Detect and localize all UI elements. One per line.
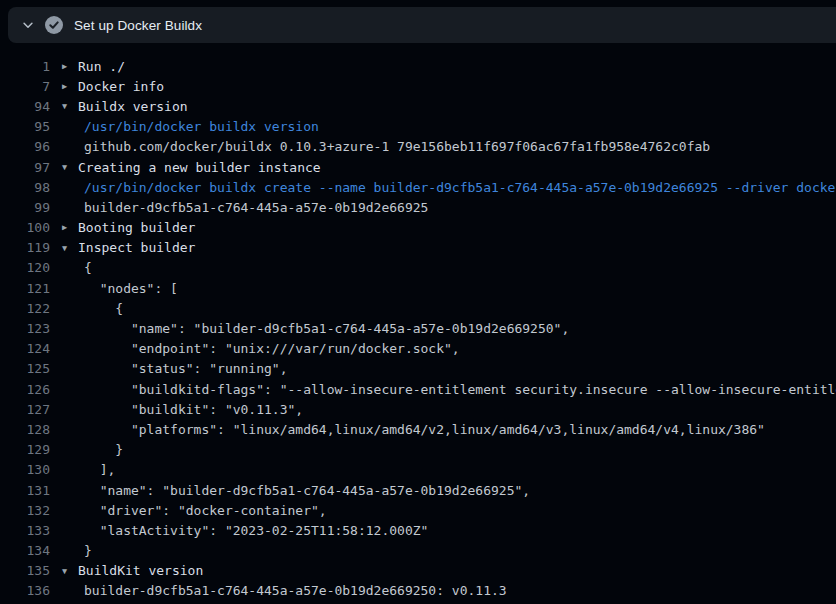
group-title: Inspect builder [78,240,195,255]
log-line: 95/usr/bin/docker buildx version [0,117,836,137]
line-content: /usr/bin/docker buildx version [62,119,319,134]
log-line: 99builder-d9cfb5a1-c764-445a-a57e-0b19d2… [0,197,836,217]
log-line: 136builder-d9cfb5a1-c764-445a-a57e-0b19d… [0,581,836,601]
line-content: ▼Buildx version [62,99,188,114]
line-number[interactable]: 95 [0,119,50,134]
log-line[interactable]: 135▼BuildKit version [0,561,836,581]
line-content: builder-d9cfb5a1-c764-445a-a57e-0b19d2e6… [62,200,428,215]
log-line: 125 "status": "running", [0,359,836,379]
line-content: ], [62,462,115,477]
log-line: 123 "name": "builder-d9cfb5a1-c764-445a-… [0,318,836,338]
group-title: BuildKit version [78,563,203,578]
chevron-down-icon[interactable] [20,17,36,33]
log-line[interactable]: 97▼Creating a new builder instance [0,157,836,177]
log-line: 122 { [0,298,836,318]
line-number[interactable]: 100 [0,220,50,235]
output-text: { [84,301,123,316]
output-text: ], [84,462,115,477]
log-line: 129 } [0,440,836,460]
step-title: Set up Docker Buildx [74,18,202,33]
triangle-right-icon[interactable]: ▶ [62,82,78,91]
log-line[interactable]: 94▼Buildx version [0,96,836,116]
log-line: 96github.com/docker/buildx 0.10.3+azure-… [0,137,836,157]
log-line: 134} [0,541,836,561]
line-number[interactable]: 1 [0,59,50,74]
line-number[interactable]: 99 [0,200,50,215]
line-number[interactable]: 135 [0,563,50,578]
triangle-right-icon[interactable]: ▶ [62,223,78,232]
line-number[interactable]: 120 [0,260,50,275]
line-content: "status": "running", [62,361,288,376]
output-text: "lastActivity": "2023-02-25T11:58:12.000… [84,523,428,538]
group-title: Run ./ [78,59,125,74]
line-number[interactable]: 133 [0,523,50,538]
command-text: /usr/bin/docker buildx version [84,119,319,134]
line-content: "name": "builder-d9cfb5a1-c764-445a-a57e… [62,483,530,498]
line-number[interactable]: 131 [0,483,50,498]
line-content: ▼Creating a new builder instance [62,160,321,175]
line-number[interactable]: 124 [0,341,50,356]
output-text: } [84,442,123,457]
line-number[interactable]: 130 [0,462,50,477]
line-number[interactable]: 97 [0,160,50,175]
log-line: 120{ [0,258,836,278]
step-header[interactable]: Set up Docker Buildx [8,7,836,43]
output-text: "buildkitd-flags": "--allow-insecure-ent… [84,382,836,397]
output-text: { [84,260,92,275]
line-content: "driver": "docker-container", [62,503,327,518]
line-number[interactable]: 121 [0,281,50,296]
output-text: "platforms": "linux/amd64,linux/amd64/v2… [84,422,765,437]
line-content: ▶Booting builder [62,220,195,235]
line-number[interactable]: 134 [0,543,50,558]
log-line: 126 "buildkitd-flags": "--allow-insecure… [0,379,836,399]
line-number[interactable]: 129 [0,442,50,457]
log-line: 130 ], [0,460,836,480]
line-content: } [62,442,123,457]
line-number[interactable]: 136 [0,583,50,598]
line-number[interactable]: 125 [0,361,50,376]
line-content: ▼BuildKit version [62,563,203,578]
group-title: Buildx version [78,99,188,114]
group-title: Creating a new builder instance [78,160,321,175]
log-line: 121 "nodes": [ [0,278,836,298]
line-number[interactable]: 123 [0,321,50,336]
triangle-down-icon[interactable]: ▼ [62,567,78,576]
triangle-down-icon[interactable]: ▼ [62,244,78,253]
line-content: "name": "builder-d9cfb5a1-c764-445a-a57e… [62,321,569,336]
line-number[interactable]: 7 [0,79,50,94]
log-line: 131 "name": "builder-d9cfb5a1-c764-445a-… [0,480,836,500]
group-title: Booting builder [78,220,195,235]
log-line: 133 "lastActivity": "2023-02-25T11:58:12… [0,520,836,540]
line-number[interactable]: 94 [0,99,50,114]
line-content: builder-d9cfb5a1-c764-445a-a57e-0b19d2e6… [62,583,507,598]
triangle-down-icon[interactable]: ▼ [62,102,78,111]
line-number[interactable]: 119 [0,240,50,255]
command-text: /usr/bin/docker buildx create --name bui… [84,180,836,195]
line-number[interactable]: 98 [0,180,50,195]
line-content: /usr/bin/docker buildx create --name bui… [62,180,836,195]
line-content: { [62,260,92,275]
line-number[interactable]: 122 [0,301,50,316]
output-text: "endpoint": "unix:///var/run/docker.sock… [84,341,460,356]
log-line[interactable]: 7▶Docker info [0,76,836,96]
line-number[interactable]: 96 [0,139,50,154]
output-text: "nodes": [ [84,281,178,296]
log-line[interactable]: 119▼Inspect builder [0,238,836,258]
log-line[interactable]: 100▶Booting builder [0,218,836,238]
line-content: { [62,301,123,316]
log-line[interactable]: 1▶Run ./ [0,56,836,76]
line-content: ▶Docker info [62,79,164,94]
line-number[interactable]: 132 [0,503,50,518]
triangle-down-icon[interactable]: ▼ [62,163,78,172]
line-content: ▼Inspect builder [62,240,195,255]
line-content: "buildkit": "v0.11.3", [62,402,303,417]
line-number[interactable]: 128 [0,422,50,437]
output-text: builder-d9cfb5a1-c764-445a-a57e-0b19d2e6… [84,200,428,215]
line-number[interactable]: 126 [0,382,50,397]
line-content: "endpoint": "unix:///var/run/docker.sock… [62,341,460,356]
line-number[interactable]: 127 [0,402,50,417]
log-line: 124 "endpoint": "unix:///var/run/docker.… [0,339,836,359]
output-text: "name": "builder-d9cfb5a1-c764-445a-a57e… [84,483,530,498]
triangle-right-icon[interactable]: ▶ [62,62,78,71]
line-content: "buildkitd-flags": "--allow-insecure-ent… [62,382,836,397]
